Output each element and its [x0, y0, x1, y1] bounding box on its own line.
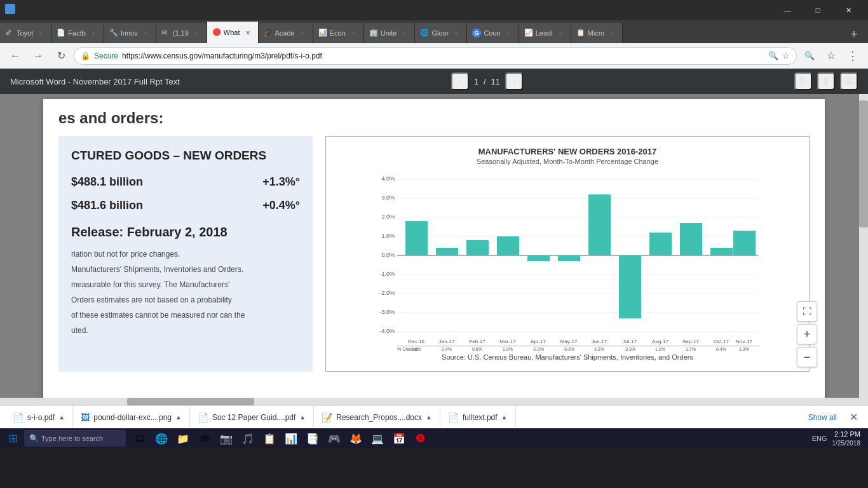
download-item-sio[interactable]: 📄 s-i-o.pdf ▲	[5, 406, 73, 428]
svg-text:0.8%: 0.8%	[472, 347, 482, 351]
forward-button[interactable]: →	[28, 46, 48, 66]
download-caret-icon[interactable]: ▲	[501, 414, 508, 421]
pdf-next-button[interactable]: ›	[505, 72, 523, 90]
taskbar-app-excel[interactable]: 📊	[281, 430, 301, 447]
taskbar-app-settings[interactable]: 💻	[367, 430, 388, 447]
tab-leadi[interactable]: 📈 Leadi ✕	[519, 23, 571, 43]
taskbar-app-firefox[interactable]: 🦊	[346, 430, 366, 447]
tab-close-button[interactable]: ✕	[348, 28, 358, 38]
horizontal-scrollbar-thumb[interactable]	[127, 398, 254, 405]
address-bar[interactable]: 🔒 Secure https://www.census.gov/manufact…	[74, 47, 797, 65]
zoom-icon[interactable]: 🔍	[799, 46, 820, 66]
taskbar-search[interactable]: 🔍 Type here to search	[24, 430, 126, 447]
bar-jun17	[588, 194, 611, 255]
tab-close-button[interactable]: ✕	[399, 28, 409, 38]
download-item-research[interactable]: 📝 Research_Propos....docx ▲	[314, 406, 440, 428]
svg-text:-0.3%: -0.3%	[532, 347, 544, 351]
chart-subtitle: Seasonally Adjusted, Month-To-Month Perc…	[336, 158, 799, 165]
tab-close-button[interactable]: ✕	[88, 28, 98, 38]
taskbar-app-files[interactable]: 🗂	[130, 430, 150, 447]
tab-label: Toyot	[17, 29, 33, 37]
download-caret-icon[interactable]: ▲	[426, 414, 432, 421]
vertical-scrollbar[interactable]	[859, 94, 868, 405]
tab-close-button[interactable]: ✕	[36, 28, 46, 38]
tab-favicon: 🔴	[212, 28, 221, 37]
tab-econ[interactable]: 📊 Econ ✕	[313, 23, 364, 43]
tab-close-button[interactable]: ✕	[297, 28, 308, 38]
tab-mail[interactable]: ✉ (1,19 ✕	[156, 23, 207, 43]
tab-coun[interactable]: G Coun ✕	[467, 23, 519, 43]
tab-what[interactable]: 🔴 What ✕	[207, 22, 259, 43]
page-layout: CTURED GOODS – NEW ORDERS $488.1 billion…	[58, 136, 810, 372]
tab-factb[interactable]: 📄 Factb ✕	[51, 23, 104, 43]
download-item-fulltext[interactable]: 📄 fulltext.pdf ▲	[440, 406, 516, 428]
svg-text:4.0%: 4.0%	[381, 175, 395, 182]
close-button[interactable]: ✕	[834, 0, 863, 20]
svg-text:1.8%: 1.8%	[411, 347, 421, 351]
svg-text:-2.0%: -2.0%	[379, 290, 395, 296]
title-bar-controls: — □ ✕	[773, 0, 863, 20]
svg-text:Nov-17: Nov-17	[736, 339, 752, 344]
svg-text:Apr-17: Apr-17	[531, 339, 546, 344]
taskbar-app-calendar[interactable]: 📅	[389, 430, 409, 447]
tab-close-button[interactable]: ✕	[243, 27, 253, 37]
taskbar-app-notes[interactable]: 📋	[259, 430, 280, 447]
zoom-out-button[interactable]: −	[797, 347, 817, 367]
pdf-print-button[interactable]: 🖶	[840, 72, 858, 90]
tab-close-button[interactable]: ✕	[607, 28, 617, 38]
zoom-in-button[interactable]: +	[797, 324, 817, 344]
tab-toyota[interactable]: 🗞 Toyot ✕	[0, 23, 51, 43]
pdf-download-button[interactable]: ⬇	[817, 72, 835, 90]
taskbar-app-browser[interactable]: 🌐	[151, 430, 172, 447]
left-panel: CTURED GOODS – NEW ORDERS $488.1 billion…	[58, 136, 313, 372]
back-button[interactable]: ←	[5, 46, 25, 66]
fit-page-button[interactable]: ⛶	[797, 301, 817, 322]
download-caret-icon[interactable]: ▲	[175, 414, 182, 421]
taskbar-app-folder[interactable]: 📁	[173, 430, 193, 447]
svg-text:0.0%: 0.0%	[381, 252, 395, 258]
pdf-refresh-button[interactable]: ↻	[794, 72, 812, 90]
tab-close-button[interactable]: ✕	[555, 28, 566, 38]
taskbar-app-acrobat[interactable]: 🅐	[410, 430, 431, 447]
new-tab-button[interactable]: +	[845, 25, 863, 43]
tab-close-button[interactable]: ✕	[503, 28, 513, 38]
taskbar-app-word[interactable]: 📑	[302, 430, 323, 447]
tab-unite[interactable]: 🏢 Unite ✕	[364, 23, 416, 43]
taskbar-app-camera[interactable]: 📷	[216, 430, 236, 447]
tab-micro[interactable]: 📋 Micro ✕	[571, 23, 623, 43]
horizontal-scrollbar[interactable]	[0, 398, 859, 405]
tab-acade[interactable]: 🎓 Acade ✕	[259, 23, 313, 43]
pdf-page-total: 11	[491, 77, 500, 86]
minimize-button[interactable]: —	[773, 0, 802, 20]
tab-favicon: 🌐	[420, 29, 429, 37]
chart-panel: MANUFACTURERS' NEW ORDERS 2016-2017 Seas…	[325, 136, 810, 372]
download-item-pound[interactable]: 🖼 pound-dollar-exc....png ▲	[73, 406, 190, 428]
tab-close-button[interactable]: ✕	[451, 28, 461, 38]
tab-innov[interactable]: 🔧 Innov ✕	[104, 23, 156, 43]
tab-gloom[interactable]: 🌐 Gloor ✕	[415, 23, 467, 43]
maximize-button[interactable]: □	[803, 0, 832, 20]
download-caret-icon[interactable]: ▲	[299, 414, 306, 421]
download-item-soc[interactable]: 📄 Soc 12 Paper Guid....pdf ▲	[190, 406, 314, 428]
taskbar-app-mail[interactable]: ✉	[194, 430, 215, 447]
downloads-close-button[interactable]: ✕	[844, 406, 863, 428]
start-button[interactable]: ⊞	[3, 430, 23, 447]
svg-text:-4.0%: -4.0%	[379, 328, 395, 334]
bar-feb17	[466, 240, 489, 255]
svg-text:1.7%: 1.7%	[686, 347, 696, 351]
download-caret-icon[interactable]: ▲	[58, 414, 65, 421]
taskbar-app-music[interactable]: 🎵	[238, 430, 258, 447]
tab-close-button[interactable]: ✕	[191, 28, 201, 38]
pdf-page-current: 1	[474, 77, 478, 86]
tab-close-button[interactable]: ✕	[140, 28, 151, 38]
docx-icon: 📝	[322, 412, 332, 423]
reload-button[interactable]: ↻	[51, 46, 71, 66]
taskbar-apps: 🗂 🌐 📁 ✉ 📷 🎵 📋 📊 📑 🎮 🦊 💻 📅 🅐	[130, 430, 431, 447]
pdf-prev-button[interactable]: ‹	[451, 72, 469, 90]
bookmark-star-button[interactable]: ☆	[821, 46, 841, 66]
taskbar-app-games[interactable]: 🎮	[324, 430, 344, 447]
bookmark-icon[interactable]: ☆	[782, 51, 790, 60]
bar-apr17	[527, 255, 550, 261]
menu-button[interactable]: ⋮	[843, 46, 863, 66]
show-all-button[interactable]: Show all	[801, 406, 844, 428]
